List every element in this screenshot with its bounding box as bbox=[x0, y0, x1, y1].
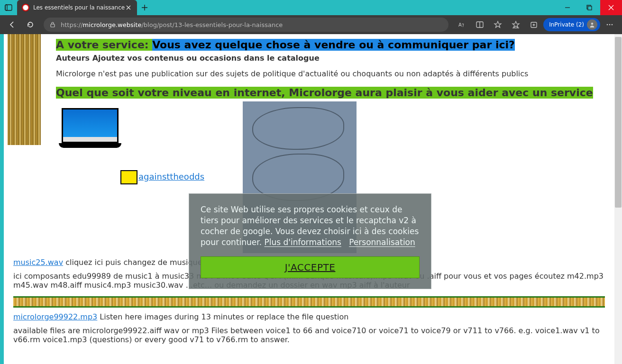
authors-line: Auteurs Ajoutez vos contenus ou occasion… bbox=[56, 54, 605, 63]
svg-point-11 bbox=[612, 24, 613, 26]
available-files-text: available files are microlorge99922.aiff… bbox=[13, 326, 605, 344]
titlebar-left: Les essentiels pour la naissance bbox=[0, 0, 152, 15]
service-prefix: A votre service: bbox=[56, 39, 152, 51]
microlorge-text: Listen here images during 13 minutes or … bbox=[97, 312, 348, 321]
window-controls bbox=[557, 0, 622, 15]
cookie-consent-dialog: Ce site Web utilise ses propres cookies … bbox=[189, 193, 431, 289]
profile-avatar-icon bbox=[587, 19, 597, 30]
service-heading: A votre service: Vous avez quelque chose… bbox=[56, 39, 605, 51]
window-titlebar: Les essentiels pour la naissance bbox=[0, 0, 622, 15]
back-button[interactable] bbox=[4, 17, 21, 32]
sidebar-decorative-image bbox=[8, 34, 41, 145]
svg-point-10 bbox=[609, 24, 611, 26]
music-link[interactable]: music25.wav bbox=[13, 258, 63, 267]
maximize-button[interactable] bbox=[578, 0, 600, 15]
page-viewport: A votre service: Vous avez quelque chose… bbox=[0, 34, 622, 364]
vertical-scrollbar[interactable] bbox=[614, 34, 622, 364]
url-text: https://microlorge.website/blog/post/13-… bbox=[61, 21, 283, 28]
svg-point-9 bbox=[607, 24, 608, 26]
tab-close-icon[interactable] bbox=[125, 4, 132, 11]
cookie-accept-button[interactable]: J'ACCEPTE bbox=[201, 256, 420, 278]
tab-title: Les essentiels pour la naissance bbox=[33, 4, 125, 11]
new-tab-button[interactable] bbox=[137, 0, 152, 15]
address-bar[interactable]: https://microlorge.website/blog/post/13-… bbox=[44, 18, 448, 32]
cookie-text: Ce site Web utilise ses propres cookies … bbox=[201, 204, 420, 248]
microlorge-link[interactable]: microlorge99922.mp3 bbox=[13, 312, 97, 321]
immersive-reader-icon[interactable] bbox=[471, 17, 488, 32]
microlorge-line: microlorge99922.mp3 Listen here images d… bbox=[13, 312, 605, 321]
service-highlight: Vous avez quelque chose à vendre ou à co… bbox=[152, 39, 515, 51]
close-window-button[interactable] bbox=[600, 0, 622, 15]
level-heading: Quel que soit votre niveau en internet, … bbox=[56, 87, 593, 99]
inprivate-label: InPrivate (2) bbox=[549, 21, 584, 28]
favorites-list-icon[interactable] bbox=[507, 17, 524, 32]
browser-toolbar: https://microlorge.website/blog/post/13-… bbox=[0, 15, 622, 34]
svg-point-8 bbox=[591, 23, 594, 25]
settings-menu-icon[interactable] bbox=[601, 17, 618, 32]
svg-rect-4 bbox=[51, 24, 55, 27]
against-the-odds-link[interactable]: againsttheodds bbox=[138, 172, 204, 182]
tab-actions-button[interactable] bbox=[0, 0, 17, 15]
cookie-more-info-link[interactable]: Plus d'informations bbox=[265, 237, 341, 247]
minimize-button[interactable] bbox=[557, 0, 578, 15]
read-aloud-icon[interactable]: A⁊ bbox=[453, 17, 470, 32]
refresh-button[interactable] bbox=[22, 17, 39, 32]
svg-rect-1 bbox=[5, 5, 7, 10]
collections-icon[interactable] bbox=[525, 17, 542, 32]
scrollbar-thumb[interactable] bbox=[615, 37, 622, 208]
yellow-box bbox=[120, 170, 137, 184]
window-edge bbox=[0, 34, 4, 364]
favorites-star-icon[interactable] bbox=[489, 17, 506, 32]
lock-icon bbox=[49, 21, 56, 28]
cookie-personalize-link[interactable]: Personnalisation bbox=[349, 237, 415, 247]
svg-rect-3 bbox=[588, 6, 592, 10]
svg-rect-0 bbox=[5, 5, 12, 10]
browser-tab[interactable]: Les essentiels pour la naissance bbox=[17, 0, 137, 15]
tab-favicon bbox=[22, 4, 29, 11]
laptop-image bbox=[59, 108, 121, 153]
inprivate-indicator[interactable]: InPrivate (2) bbox=[543, 18, 600, 31]
svg-text:A⁊: A⁊ bbox=[458, 22, 464, 27]
disclaimer-text: Microlorge n'est pas une publication sur… bbox=[56, 69, 605, 78]
decorative-divider bbox=[13, 296, 605, 308]
